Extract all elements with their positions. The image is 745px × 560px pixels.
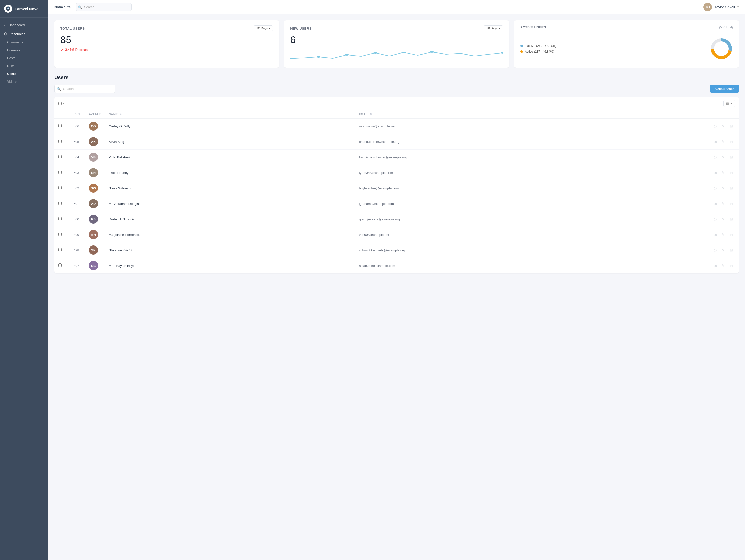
view-icon-499[interactable]: ◎ [712, 231, 719, 238]
row-checkbox-504[interactable] [58, 155, 62, 158]
row-checkbox-497[interactable] [58, 263, 62, 267]
user-avatar-500: RS [89, 215, 98, 224]
row-actions-499: ◎ ✎ ⊡ [708, 227, 739, 242]
filter-button[interactable]: ⊟ ▾ [723, 100, 735, 107]
view-icon-501[interactable]: ◎ [712, 200, 719, 207]
svg-point-1 [8, 8, 9, 9]
view-icon-505[interactable]: ◎ [712, 138, 719, 145]
select-all-checkbox[interactable] [58, 102, 62, 105]
user-avatar-504: VB [89, 153, 98, 162]
row-checkbox-cell [54, 180, 70, 196]
edit-icon-501[interactable]: ✎ [720, 200, 727, 207]
user-menu[interactable]: TO Taylor Otwell ▾ [703, 3, 739, 11]
row-avatar-cell-497: KB [85, 258, 105, 273]
row-actions-504: ◎ ✎ ⊡ [708, 150, 739, 165]
edit-icon-505[interactable]: ✎ [720, 138, 727, 145]
sidebar-item-roles[interactable]: Roles [0, 62, 48, 70]
edit-icon-497[interactable]: ✎ [720, 262, 727, 269]
total-users-card: Total Users 30 Days ▾ 85 ↙ 3.41% Decreas… [54, 20, 279, 68]
delete-icon-500[interactable]: ⊡ [728, 216, 735, 223]
edit-icon-499[interactable]: ✎ [720, 231, 727, 238]
row-checkbox-498[interactable] [58, 248, 62, 251]
svg-point-6 [402, 52, 406, 53]
row-id-497: 497 [70, 258, 85, 273]
sidebar-item-posts[interactable]: Posts [0, 54, 48, 62]
name-sort-icon[interactable]: ⇅ [119, 113, 122, 116]
row-id-503: 503 [70, 165, 85, 180]
row-checkbox-500[interactable] [58, 217, 62, 220]
delete-icon-504[interactable]: ⊡ [728, 154, 735, 161]
sidebar-item-comments[interactable]: Comments [0, 38, 48, 46]
row-checkbox-cell [54, 150, 70, 165]
row-email-500: grant.jessyca@example.org [355, 211, 707, 227]
row-email-497: aidan.feil@example.com [355, 258, 707, 273]
row-actions-503: ◎ ✎ ⊡ [708, 165, 739, 180]
row-email-506: roob.wava@example.net [355, 119, 707, 134]
row-checkbox-499[interactable] [58, 233, 62, 236]
delete-icon-502[interactable]: ⊡ [728, 185, 735, 192]
view-icon-506[interactable]: ◎ [712, 123, 719, 130]
view-icon-497[interactable]: ◎ [712, 262, 719, 269]
new-users-value: 6 [290, 35, 503, 45]
table-search-container: 🔍 [54, 85, 115, 93]
new-users-period-select[interactable]: 30 Days ▾ [484, 25, 503, 31]
content-area: Total Users 30 Days ▾ 85 ↙ 3.41% Decreas… [48, 14, 745, 560]
row-name-503: Erich Heaney [105, 165, 355, 180]
email-sort-icon[interactable]: ⇅ [370, 113, 372, 116]
sidebar-item-dashboard[interactable]: ⌂ Dashboard [0, 21, 48, 29]
view-icon-503[interactable]: ◎ [712, 169, 719, 176]
select-dropdown-arrow[interactable]: ▾ [63, 102, 65, 105]
sidebar-item-licenses[interactable]: Licenses [0, 46, 48, 54]
sidebar-navigation: ⌂ Dashboard ⬡ Resources Comments License… [0, 18, 48, 89]
view-icon-500[interactable]: ◎ [712, 216, 719, 223]
delete-icon-501[interactable]: ⊡ [728, 200, 735, 207]
total-users-period-select[interactable]: 30 Days ▾ [254, 25, 273, 31]
row-actions-505: ◎ ✎ ⊡ [708, 134, 739, 150]
sidebar-logo[interactable]: Laravel Nova [0, 0, 48, 18]
edit-icon-498[interactable]: ✎ [720, 246, 727, 254]
row-checkbox-503[interactable] [58, 171, 62, 174]
row-id-505: 505 [70, 134, 85, 150]
delete-icon-503[interactable]: ⊡ [728, 169, 735, 176]
delete-icon-498[interactable]: ⊡ [728, 246, 735, 254]
sparkline-chart [290, 47, 503, 62]
table-row: 502 SW Sonia Wilkinson boyle.aglae@examp… [54, 180, 739, 196]
delete-icon-497[interactable]: ⊡ [728, 262, 735, 269]
view-icon-504[interactable]: ◎ [712, 154, 719, 161]
col-name: Name ⇅ [105, 110, 355, 119]
edit-icon-506[interactable]: ✎ [720, 123, 727, 130]
total-users-change: ↙ 3.41% Decrease [60, 47, 273, 52]
sidebar-item-resources[interactable]: ⬡ Resources [0, 29, 48, 38]
col-email: Email ⇅ [355, 110, 707, 119]
row-id-498: 498 [70, 242, 85, 258]
sidebar-item-videos[interactable]: Videos [0, 78, 48, 86]
legend-active: Active (237 - 46.84%) [520, 50, 556, 53]
view-icon-502[interactable]: ◎ [712, 185, 719, 192]
row-email-502: boyle.aglae@example.com [355, 180, 707, 196]
row-checkbox-506[interactable] [58, 124, 62, 127]
row-checkbox-502[interactable] [58, 186, 62, 189]
row-actions-497: ◎ ✎ ⊡ [708, 258, 739, 273]
row-id-501: 501 [70, 196, 85, 211]
edit-icon-500[interactable]: ✎ [720, 216, 727, 223]
view-icon-498[interactable]: ◎ [712, 246, 719, 254]
sidebar-item-users[interactable]: Users [0, 70, 48, 78]
delete-icon-499[interactable]: ⊡ [728, 231, 735, 238]
row-checkbox-505[interactable] [58, 140, 62, 143]
svg-point-2 [290, 58, 292, 59]
delete-icon-505[interactable]: ⊡ [728, 138, 735, 145]
table-search-input[interactable] [54, 85, 115, 93]
topbar-search-input[interactable] [76, 3, 132, 11]
row-name-498: Shyanne Kris Sr. [105, 242, 355, 258]
row-avatar-cell-499: MH [85, 227, 105, 242]
select-all-group: ▾ [58, 102, 65, 105]
create-user-button[interactable]: Create User [710, 85, 739, 93]
filter-icon: ⊟ [726, 102, 729, 105]
edit-icon-503[interactable]: ✎ [720, 169, 727, 176]
table-row: 506 CO Carley O'Reilly roob.wava@example… [54, 119, 739, 134]
row-checkbox-501[interactable] [58, 202, 62, 205]
id-sort-icon[interactable]: ⇅ [78, 113, 80, 116]
edit-icon-504[interactable]: ✎ [720, 154, 727, 161]
edit-icon-502[interactable]: ✎ [720, 185, 727, 192]
delete-icon-506[interactable]: ⊡ [728, 123, 735, 130]
